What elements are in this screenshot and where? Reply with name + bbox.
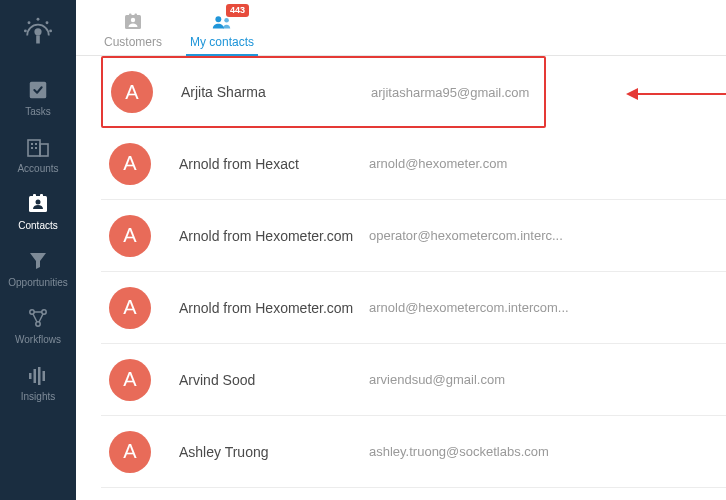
contact-card-icon	[25, 192, 51, 216]
svg-rect-17	[40, 194, 43, 198]
nav-workflows[interactable]: Workflows	[0, 296, 76, 353]
nav-opportunities[interactable]: Opportunities	[0, 239, 76, 296]
my-contacts-icon: 443	[211, 12, 233, 32]
svg-point-26	[131, 18, 135, 22]
svg-rect-27	[129, 14, 132, 17]
svg-point-19	[42, 310, 46, 314]
avatar: A	[109, 359, 151, 401]
svg-rect-12	[31, 147, 33, 149]
workflow-icon	[25, 306, 51, 330]
svg-rect-13	[35, 147, 37, 149]
contact-row[interactable]: A Arnold from Hexometer.com arnold@hexom…	[101, 272, 726, 344]
nav-label: Tasks	[25, 106, 51, 117]
svg-rect-28	[135, 14, 138, 17]
nav-label: Workflows	[15, 334, 61, 345]
svg-point-4	[49, 29, 52, 32]
main-panel: Customers 443 My contacts A Arjita Sharm…	[76, 0, 726, 500]
nav-label: Contacts	[18, 220, 57, 231]
annotation-arrow	[636, 93, 726, 95]
avatar: A	[109, 215, 151, 257]
nav-tasks[interactable]: Tasks	[0, 68, 76, 125]
avatar: A	[109, 287, 151, 329]
contact-name: Ashley Truong	[179, 444, 369, 460]
contact-name: Arjita Sharma	[181, 84, 371, 100]
svg-rect-23	[38, 367, 41, 385]
contact-email: operator@hexometercom.interc...	[369, 228, 563, 243]
svg-point-5	[34, 28, 41, 35]
tab-label: Customers	[104, 35, 162, 49]
svg-point-0	[37, 18, 40, 21]
svg-point-20	[36, 322, 40, 326]
svg-point-29	[215, 16, 221, 22]
contacts-count-badge: 443	[226, 4, 249, 17]
app-logo	[18, 10, 58, 50]
svg-rect-16	[33, 194, 36, 198]
contact-name: Arnold from Hexometer.com	[179, 300, 369, 316]
svg-rect-10	[31, 143, 33, 145]
svg-rect-6	[36, 35, 40, 43]
contact-row[interactable]: A Arjita Sharma arjitasharma95@gmail.com	[101, 56, 546, 128]
nav-label: Insights	[21, 391, 55, 402]
svg-rect-22	[34, 369, 37, 383]
contact-name: Arnold from Hexact	[179, 156, 369, 172]
svg-rect-21	[29, 373, 32, 379]
tab-customers[interactable]: Customers	[90, 5, 176, 55]
avatar: A	[111, 71, 153, 113]
tabs-bar: Customers 443 My contacts	[76, 0, 726, 56]
svg-rect-7	[30, 82, 47, 99]
tab-label: My contacts	[190, 35, 254, 49]
svg-rect-24	[43, 371, 46, 381]
nav-accounts[interactable]: Accounts	[0, 125, 76, 182]
contact-email: arviendsud@gmail.com	[369, 372, 505, 387]
contact-email: arnold@hexometer.com	[369, 156, 507, 171]
nav-label: Accounts	[17, 163, 58, 174]
svg-point-1	[28, 21, 31, 24]
contact-row[interactable]: A Arnold from Hexact arnold@hexometer.co…	[101, 128, 726, 200]
contact-name: Arnold from Hexometer.com	[179, 228, 369, 244]
contact-email: ashley.truong@socketlabs.com	[369, 444, 549, 459]
contact-row[interactable]: A Ashley Truong ashley.truong@socketlabs…	[101, 416, 726, 488]
svg-point-30	[224, 18, 229, 23]
contact-row[interactable]: A Arnold from Hexometer.com operator@hex…	[101, 200, 726, 272]
nav-label: Opportunities	[8, 277, 67, 288]
nav-insights[interactable]: Insights	[0, 353, 76, 410]
nav-contacts[interactable]: Contacts	[0, 182, 76, 239]
contact-row[interactable]: A Arvind Sood arviendsud@gmail.com	[101, 344, 726, 416]
insights-icon	[25, 363, 51, 387]
tab-my-contacts[interactable]: 443 My contacts	[176, 5, 268, 55]
avatar: A	[109, 431, 151, 473]
contact-list: A Arjita Sharma arjitasharma95@gmail.com…	[76, 56, 726, 488]
contact-email: arjitasharma95@gmail.com	[371, 85, 529, 100]
svg-rect-11	[35, 143, 37, 145]
checkbox-icon	[25, 78, 51, 102]
svg-point-2	[46, 21, 49, 24]
building-icon	[25, 135, 51, 159]
customers-icon	[122, 12, 144, 32]
svg-point-15	[36, 200, 41, 205]
svg-rect-8	[28, 140, 40, 156]
sidebar: Tasks Accounts Contacts Opportunities Wo…	[0, 0, 76, 500]
svg-point-18	[30, 310, 34, 314]
contact-name: Arvind Sood	[179, 372, 369, 388]
svg-point-3	[24, 29, 27, 32]
funnel-icon	[25, 249, 51, 273]
contact-email: arnold@hexometercom.intercom...	[369, 300, 569, 315]
avatar: A	[109, 143, 151, 185]
svg-rect-9	[40, 144, 48, 156]
